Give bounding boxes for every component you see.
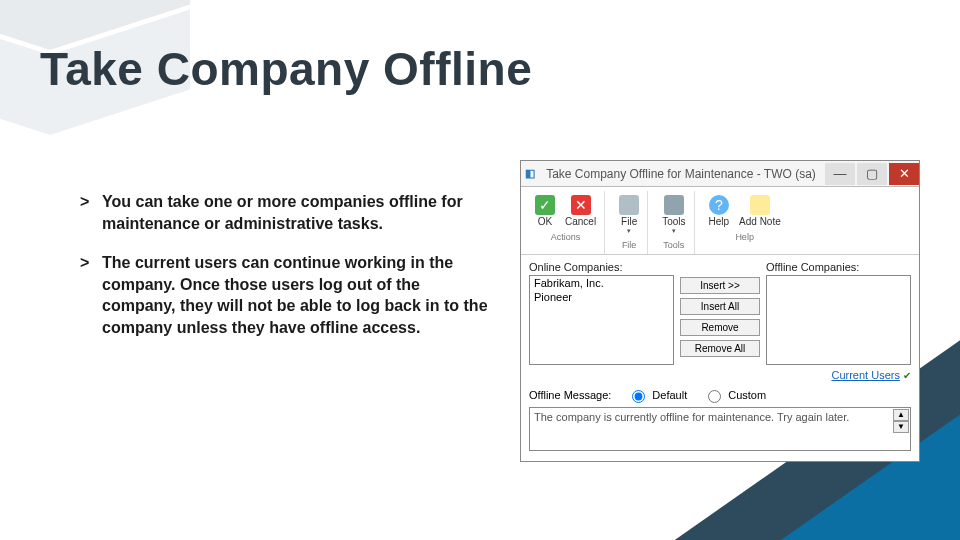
online-companies-list[interactable]: Fabrikam, Inc. Pioneer xyxy=(529,275,674,365)
tools-icon xyxy=(664,195,684,215)
bullet-item: The current users can continue working i… xyxy=(80,252,490,338)
remove-button[interactable]: Remove xyxy=(680,319,760,336)
close-button[interactable]: ✕ xyxy=(889,163,919,185)
check-icon: ✓ xyxy=(535,195,555,215)
offline-message-label: Offline Message: xyxy=(529,389,611,401)
insert-all-button[interactable]: Insert All xyxy=(680,298,760,315)
bullet-item: You can take one or more companies offli… xyxy=(80,191,490,234)
radio-custom[interactable]: Custom xyxy=(703,387,766,403)
cancel-button[interactable]: ✕ Cancel xyxy=(561,193,600,229)
group-label: Actions xyxy=(551,232,581,242)
tools-menu[interactable]: Tools ▾ xyxy=(658,193,689,237)
chevron-down-icon: ▾ xyxy=(672,227,676,235)
add-note-button[interactable]: Add Note xyxy=(735,193,785,229)
offline-message-text[interactable] xyxy=(529,407,911,451)
help-icon: ? xyxy=(709,195,729,215)
group-label: Tools xyxy=(663,240,684,250)
app-icon: ◧ xyxy=(521,167,539,180)
current-users-link[interactable]: Current Users xyxy=(831,369,899,381)
chevron-down-icon: ▾ xyxy=(627,227,631,235)
maximize-button[interactable]: ▢ xyxy=(857,163,887,185)
check-icon: ✔ xyxy=(903,370,911,381)
list-item[interactable]: Pioneer xyxy=(530,290,673,304)
ok-button[interactable]: ✓ OK xyxy=(531,193,559,229)
spinner-up[interactable]: ▲ xyxy=(893,409,909,421)
ribbon-toolbar: ✓ OK ✕ Cancel Actions File ▾ File xyxy=(521,187,919,255)
bullet-list: You can take one or more companies offli… xyxy=(40,191,490,357)
spinner-down[interactable]: ▼ xyxy=(893,421,909,433)
file-menu[interactable]: File ▾ xyxy=(615,193,643,237)
cancel-icon: ✕ xyxy=(571,195,591,215)
group-label: Help xyxy=(735,232,754,242)
dialog-title: Take Company Offline for Maintenance - T… xyxy=(539,167,823,181)
insert-button[interactable]: Insert >> xyxy=(680,277,760,294)
minimize-button[interactable]: — xyxy=(825,163,855,185)
offline-companies-label: Offline Companies: xyxy=(766,261,911,273)
note-icon xyxy=(750,195,770,215)
dialog-titlebar: ◧ Take Company Offline for Maintenance -… xyxy=(521,161,919,187)
remove-all-button[interactable]: Remove All xyxy=(680,340,760,357)
online-companies-label: Online Companies: xyxy=(529,261,674,273)
file-icon xyxy=(619,195,639,215)
slide-title: Take Company Offline xyxy=(40,42,532,96)
list-item[interactable]: Fabrikam, Inc. xyxy=(530,276,673,290)
dialog-window: ◧ Take Company Offline for Maintenance -… xyxy=(520,160,920,462)
help-button[interactable]: ? Help xyxy=(705,193,734,229)
group-label: File xyxy=(622,240,637,250)
radio-default[interactable]: Default xyxy=(627,387,687,403)
offline-companies-list[interactable] xyxy=(766,275,911,365)
